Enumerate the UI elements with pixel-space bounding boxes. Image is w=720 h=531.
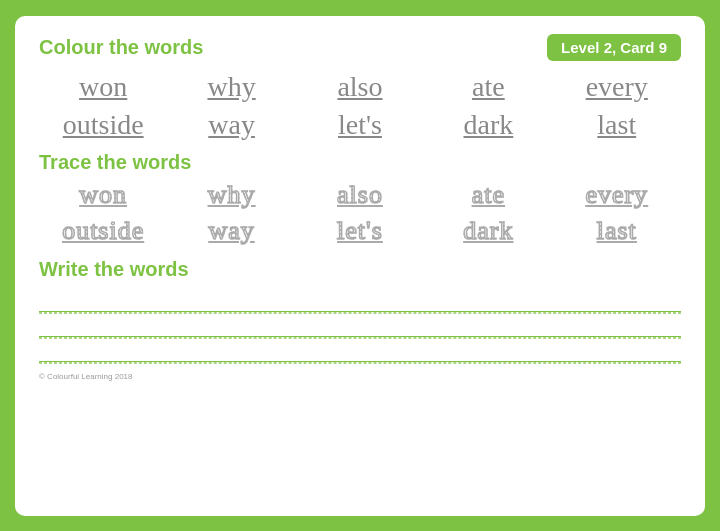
write-section: Write the words [39,258,681,364]
trace-word-last: last [567,216,667,246]
colour-word-outside: outside [53,109,153,141]
colour-word-every: every [567,71,667,103]
footer: © Colourful Learning 2018 [39,372,681,381]
dotted-line-6 [39,363,681,364]
trace-word-way: way [182,216,282,246]
footer-text: © Colourful Learning 2018 [39,372,133,381]
trace-word-lets: let's [310,216,410,246]
trace-word-won: won [53,180,153,210]
trace-word-outside: outside [53,216,153,246]
trace-word-also: also [310,180,410,210]
colour-word-dark: dark [438,109,538,141]
trace-title: Trace the words [39,151,191,173]
write-title: Write the words [39,258,189,280]
trace-word-every: every [567,180,667,210]
trace-word-ate: ate [438,180,538,210]
trace-word-why: why [182,180,282,210]
trace-section-header: Trace the words [39,151,681,174]
colour-word-also: also [310,71,410,103]
colour-word-lets: let's [310,109,410,141]
colour-word-way: way [182,109,282,141]
worksheet-card: Colour the words Level 2, Card 9 won why… [15,16,705,516]
trace-word-dark: dark [438,216,538,246]
colour-word-won: won [53,71,153,103]
colour-word-ate: ate [438,71,538,103]
colour-words-row1: won why also ate every [39,71,681,103]
card-header: Colour the words Level 2, Card 9 [39,34,681,61]
trace-words-row1: won why also ate every [39,180,681,210]
colour-title: Colour the words [39,36,203,59]
colour-word-last: last [567,109,667,141]
colour-word-why: why [182,71,282,103]
writing-lines[interactable] [39,289,681,364]
trace-words-row2: outside way let's dark last [39,216,681,246]
colour-words-row2: outside way let's dark last [39,109,681,141]
level-badge: Level 2, Card 9 [547,34,681,61]
